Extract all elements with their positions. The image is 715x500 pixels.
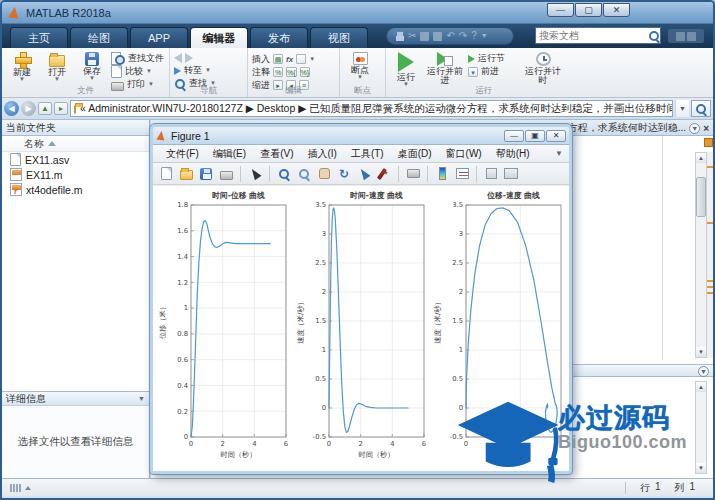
title-bar[interactable]: MATLAB R2018a — ▢ ✕ [2,2,713,24]
figure-title-bar[interactable]: Figure 1 — ▣ ✕ [153,127,569,145]
code-analyzer-marker[interactable] [707,280,713,282]
run-time-button[interactable]: 运行并计时 [523,50,563,85]
copy-icon[interactable] [420,32,429,41]
insert-colorbar-icon[interactable] [434,166,450,182]
forward-icon[interactable] [185,53,193,63]
run-section-button[interactable]: 运行节 [468,53,520,64]
lower-scrollbar[interactable]: ▲ ▼ [695,381,707,474]
subplot-time-displacement[interactable]: 024600.20.40.60.811.21.41.61.8时间-位移 曲线时间… [156,188,293,470]
menubar-chevron-icon[interactable]: ▼ [555,149,563,158]
link-plot-icon[interactable] [405,166,421,182]
menu-view[interactable]: 查看(V) [253,145,300,163]
undo-icon[interactable]: ↶ [446,28,454,44]
tab-home[interactable]: 主页 [10,27,68,48]
cut-icon[interactable]: ✂ [408,28,416,44]
menu-desktop[interactable]: 桌面(D) [391,145,439,163]
menu-window[interactable]: 窗口(W) [439,145,489,163]
name-column-header[interactable]: 名称 [2,136,149,152]
new-button[interactable]: 新建▼ [6,50,38,85]
tab-editor[interactable]: 编辑器 [190,27,248,48]
zoom-out-icon[interactable] [296,166,312,182]
paste-icon[interactable] [433,32,442,41]
save-figure-icon[interactable] [198,166,214,182]
subplot-time-velocity[interactable]: 0246-0.500.511.522.533.5时间-速度 曲线时间（秒）速度（… [294,188,431,470]
menu-tools[interactable]: 工具(T) [344,145,391,163]
comment-block-icon[interactable]: %{ [286,67,297,77]
community-icon[interactable] [668,29,704,43]
figure-canvas[interactable]: 024600.20.40.60.811.21.41.61.8时间-位移 曲线时间… [153,186,569,471]
path-dropdown-icon[interactable]: ▼ [675,100,689,117]
open-button[interactable]: 打开▼ [41,50,73,85]
editor-scrollbar[interactable]: ▲ ▼ [695,152,707,358]
browse-folder-icon[interactable]: ▸ [54,102,68,115]
subplot-displacement-velocity[interactable]: 01-0.500.511.522.533.5位移-速度 曲线位移（米）速度（米/… [431,188,568,470]
comment-icon[interactable]: % [273,67,283,77]
brush-icon[interactable]: ▾ [376,166,392,182]
scrollbar-thumb[interactable] [696,177,706,217]
menu-help[interactable]: 帮助(H) [489,145,537,163]
new-figure-icon[interactable] [158,166,174,182]
pan-hand-icon[interactable] [316,166,332,182]
path-search-icon[interactable] [691,100,711,117]
file-row[interactable]: EX11.m [2,167,149,182]
qat-save-icon[interactable] [393,31,404,42]
code-analyzer-marker[interactable] [707,286,713,288]
qat-dropdown-icon[interactable]: ▼ [481,28,488,44]
minimize-button[interactable]: — [547,3,574,17]
tab-menu-icon[interactable]: ▼ [689,123,700,134]
run-button[interactable]: 运行▼ [390,50,422,85]
help-icon[interactable]: ? [471,28,477,44]
edit-plot-icon[interactable] [247,166,263,182]
goto-button[interactable]: 转至▼ [174,65,216,76]
scroll-down-icon[interactable]: ▼ [696,347,706,357]
figure-minimize-button[interactable]: — [504,130,524,142]
advance-button[interactable]: ▾ 前进 [468,66,520,77]
current-folder-path[interactable]: « Administrator.WIN7U-20180127Z ▶ Deskto… [70,100,673,117]
insert-function-icon[interactable]: fx [286,55,293,64]
close-button[interactable]: ✕ [603,3,630,17]
doc-search-input[interactable] [536,30,648,41]
current-folder-title[interactable]: 当前文件夹 [2,120,149,136]
hide-plot-tools-icon[interactable] [483,166,499,182]
search-icon[interactable] [648,30,660,42]
data-cursor-icon[interactable] [356,166,372,182]
menu-edit[interactable]: 编辑(E) [206,145,253,163]
insert-plot-icon[interactable] [296,54,306,64]
file-row[interactable]: xt4odefile.m [2,182,149,197]
forward-nav-icon[interactable]: ▶ [21,101,36,116]
compare-button[interactable]: 比较▼ [111,66,164,77]
show-plot-tools-icon[interactable] [503,166,519,182]
editor-document-tab[interactable]: 方程，求系统何时达到稳... ▼ × [566,120,711,136]
rotate-3d-icon[interactable]: ↻ [336,166,352,182]
analyzer-status-icon[interactable] [704,138,713,147]
figure-restore-button[interactable]: ▣ [525,130,545,142]
code-analyzer-marker[interactable] [707,166,713,168]
insert-section-icon[interactable]: ▤ [273,54,283,64]
details-panel-header[interactable]: 详细信息 ▼ [2,391,149,406]
scroll-up-icon[interactable]: ▲ [696,153,706,163]
menu-insert[interactable]: 插入(I) [300,145,343,163]
tab-plots[interactable]: 绘图 [70,27,128,48]
redo-icon[interactable]: ↷ [459,28,467,44]
file-row[interactable]: EX11.asv [2,152,149,167]
code-analyzer-marker[interactable] [707,222,713,224]
tab-publish[interactable]: 发布 [250,27,308,48]
print-figure-icon[interactable] [218,166,234,182]
zoom-in-icon[interactable] [276,166,292,182]
tab-close-icon[interactable]: × [703,123,709,134]
figure-window[interactable]: Figure 1 — ▣ ✕ 文件(F) 编辑(E) 查看(V) 插入(I) 工… [150,124,572,474]
insert-legend-icon[interactable] [454,166,470,182]
uncomment-icon[interactable]: %} [300,67,311,77]
breakpoints-button[interactable]: 断点▼ [344,50,376,85]
statusbar-grip-icon[interactable] [10,484,31,492]
pane-menu-icon[interactable]: ▼ [698,366,709,377]
figure-close-button[interactable]: ✕ [546,130,566,142]
code-analyzer-marker[interactable] [707,292,713,294]
open-file-icon[interactable] [178,166,194,182]
tab-view[interactable]: 视图 [310,27,368,48]
up-folder-icon[interactable]: ▲ [38,102,52,115]
save-button[interactable]: 保存▼ [76,50,108,85]
menu-file[interactable]: 文件(F) [159,145,206,163]
maximize-button[interactable]: ▢ [575,3,602,17]
run-advance-button[interactable]: 运行并前进 [425,50,465,85]
